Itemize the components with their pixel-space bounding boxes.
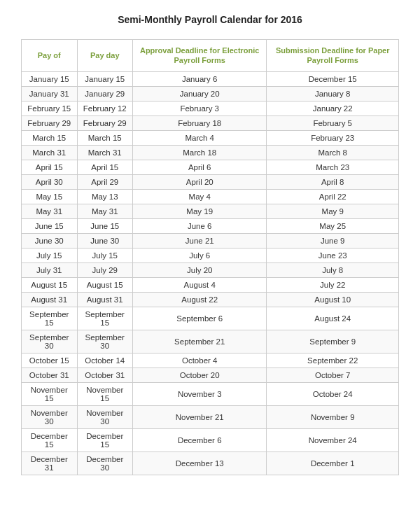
- cell-r10-c0: June 15: [22, 218, 78, 233]
- cell-r11-c0: June 30: [22, 233, 78, 248]
- cell-r7-c2: April 20: [133, 174, 267, 189]
- table-row: August 15August 15August 4July 22: [22, 277, 399, 292]
- cell-r8-c1: May 13: [77, 189, 133, 204]
- table-row: December 15December 15December 6November…: [22, 428, 399, 451]
- cell-r18-c1: October 14: [77, 353, 133, 368]
- cell-r21-c1: November 30: [77, 405, 133, 428]
- cell-r23-c3: December 1: [267, 451, 399, 475]
- cell-r17-c1: September 30: [77, 330, 133, 353]
- cell-r0-c2: January 6: [133, 71, 267, 86]
- cell-r16-c2: September 6: [133, 307, 267, 330]
- cell-r5-c1: March 31: [77, 145, 133, 160]
- cell-r15-c1: August 31: [77, 292, 133, 307]
- cell-r21-c2: November 21: [133, 405, 267, 428]
- cell-r22-c3: November 24: [267, 428, 399, 451]
- col4-header: Submission Deadline for Paper Payroll Fo…: [267, 40, 399, 72]
- cell-r7-c3: April 8: [267, 174, 399, 189]
- table-row: June 30June 30June 21June 9: [22, 233, 399, 248]
- col1-header: Pay of: [22, 40, 78, 72]
- table-row: July 31July 29July 20July 8: [22, 262, 399, 277]
- table-row: February 15February 12February 3January …: [22, 101, 399, 115]
- cell-r14-c1: August 15: [77, 277, 133, 292]
- col3-header: Approval Deadline for Electronic Payroll…: [133, 40, 267, 72]
- cell-r19-c1: October 31: [77, 368, 133, 382]
- table-row: July 15July 15July 6June 23: [22, 248, 399, 262]
- cell-r20-c3: October 24: [267, 382, 399, 405]
- cell-r12-c3: June 23: [267, 248, 399, 262]
- cell-r2-c0: February 15: [22, 101, 78, 115]
- cell-r1-c0: January 31: [22, 86, 78, 101]
- cell-r1-c2: January 20: [133, 86, 267, 101]
- cell-r8-c2: May 4: [133, 189, 267, 204]
- cell-r14-c3: July 22: [267, 277, 399, 292]
- cell-r20-c0: November 15: [22, 382, 78, 405]
- cell-r11-c1: June 30: [77, 233, 133, 248]
- cell-r23-c0: December 31: [22, 451, 78, 475]
- cell-r12-c0: July 15: [22, 248, 78, 262]
- table-row: March 31March 31March 18March 8: [22, 145, 399, 160]
- cell-r9-c3: May 9: [267, 204, 399, 218]
- cell-r5-c2: March 18: [133, 145, 267, 160]
- cell-r13-c0: July 31: [22, 262, 78, 277]
- cell-r0-c3: December 15: [267, 71, 399, 86]
- cell-r22-c1: December 15: [77, 428, 133, 451]
- table-row: August 31August 31August 22August 10: [22, 292, 399, 307]
- cell-r10-c1: June 15: [77, 218, 133, 233]
- cell-r16-c1: September 15: [77, 307, 133, 330]
- cell-r3-c1: February 29: [77, 115, 133, 130]
- table-row: June 15June 15June 6May 25: [22, 218, 399, 233]
- cell-r6-c3: March 23: [267, 160, 399, 174]
- cell-r21-c3: November 9: [267, 405, 399, 428]
- cell-r14-c2: August 4: [133, 277, 267, 292]
- table-row: March 15March 15March 4February 23: [22, 130, 399, 145]
- cell-r2-c3: January 22: [267, 101, 399, 115]
- table-row: November 30November 30November 21Novembe…: [22, 405, 399, 428]
- cell-r19-c3: October 7: [267, 368, 399, 382]
- cell-r19-c0: October 31: [22, 368, 78, 382]
- cell-r4-c3: February 23: [267, 130, 399, 145]
- cell-r4-c1: March 15: [77, 130, 133, 145]
- cell-r17-c2: September 21: [133, 330, 267, 353]
- cell-r8-c3: April 22: [267, 189, 399, 204]
- payroll-calendar-table: Pay of Pay day Approval Deadline for Ele…: [21, 39, 399, 475]
- cell-r18-c0: October 15: [22, 353, 78, 368]
- cell-r16-c0: September 15: [22, 307, 78, 330]
- cell-r9-c1: May 31: [77, 204, 133, 218]
- cell-r17-c0: September 30: [22, 330, 78, 353]
- cell-r7-c0: April 30: [22, 174, 78, 189]
- cell-r4-c2: March 4: [133, 130, 267, 145]
- cell-r11-c3: June 9: [267, 233, 399, 248]
- table-row: November 15November 15November 3October …: [22, 382, 399, 405]
- cell-r9-c2: May 19: [133, 204, 267, 218]
- cell-r5-c3: March 8: [267, 145, 399, 160]
- cell-r22-c2: December 6: [133, 428, 267, 451]
- cell-r13-c2: July 20: [133, 262, 267, 277]
- cell-r4-c0: March 15: [22, 130, 78, 145]
- cell-r10-c2: June 6: [133, 218, 267, 233]
- cell-r21-c0: November 30: [22, 405, 78, 428]
- cell-r16-c3: August 24: [267, 307, 399, 330]
- cell-r6-c0: April 15: [22, 160, 78, 174]
- table-row: May 31May 31May 19May 9: [22, 204, 399, 218]
- cell-r20-c1: November 15: [77, 382, 133, 405]
- cell-r14-c0: August 15: [22, 277, 78, 292]
- cell-r13-c3: July 8: [267, 262, 399, 277]
- table-row: October 15October 14October 4September 2…: [22, 353, 399, 368]
- cell-r3-c3: February 5: [267, 115, 399, 130]
- cell-r8-c0: May 15: [22, 189, 78, 204]
- cell-r1-c3: January 8: [267, 86, 399, 101]
- cell-r13-c1: July 29: [77, 262, 133, 277]
- cell-r19-c2: October 20: [133, 368, 267, 382]
- cell-r3-c0: February 29: [22, 115, 78, 130]
- cell-r7-c1: April 29: [77, 174, 133, 189]
- cell-r18-c3: September 22: [267, 353, 399, 368]
- cell-r15-c3: August 10: [267, 292, 399, 307]
- cell-r20-c2: November 3: [133, 382, 267, 405]
- cell-r1-c1: January 29: [77, 86, 133, 101]
- cell-r5-c0: March 31: [22, 145, 78, 160]
- cell-r3-c2: February 18: [133, 115, 267, 130]
- cell-r17-c3: September 9: [267, 330, 399, 353]
- cell-r2-c2: February 3: [133, 101, 267, 115]
- cell-r15-c2: August 22: [133, 292, 267, 307]
- cell-r2-c1: February 12: [77, 101, 133, 115]
